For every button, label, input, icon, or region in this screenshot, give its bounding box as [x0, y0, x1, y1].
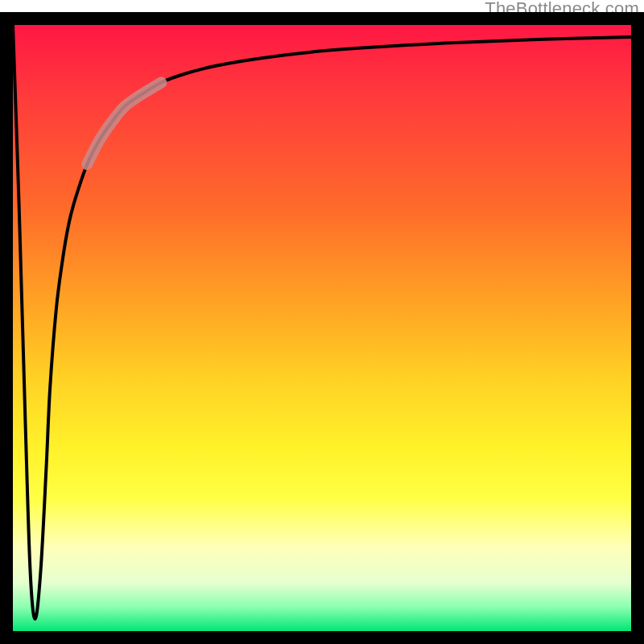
chart-stage: TheBottleneck.com	[0, 0, 644, 644]
bottleneck-curve	[13, 25, 631, 619]
curve-highlight-segment	[87, 83, 161, 165]
chart-svg	[13, 25, 631, 631]
